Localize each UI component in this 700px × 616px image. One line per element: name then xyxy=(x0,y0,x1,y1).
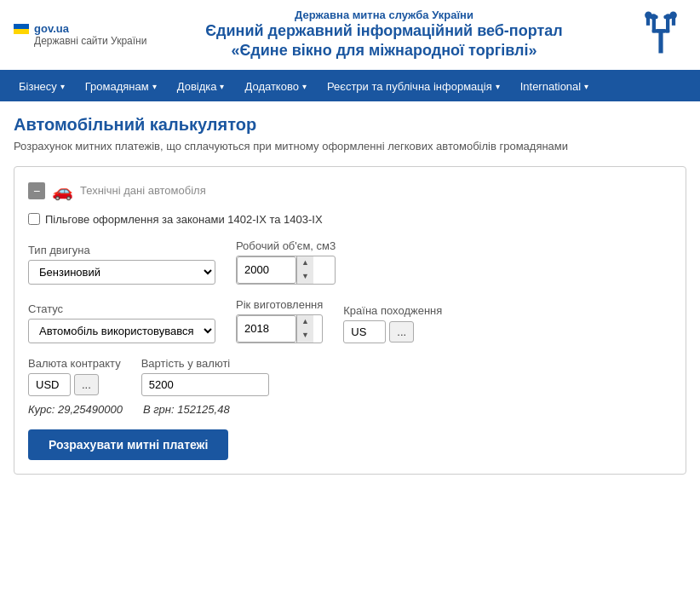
emblem-container xyxy=(618,9,686,60)
collapse-button[interactable]: − xyxy=(28,182,45,199)
engine-volume-row: Тип двигуна Бензиновий Робочий об'єм, см… xyxy=(28,239,672,285)
amount-group: Вартість у валюті xyxy=(141,357,269,396)
country-label: Країна походження xyxy=(343,304,442,317)
volume-spinner-btns: ▲ ▼ xyxy=(296,256,313,284)
currency-label: Валюта контракту xyxy=(28,357,121,370)
status-year-country-row: Статус Автомобіль використовувався до 5 … xyxy=(28,298,672,343)
engine-select[interactable]: Бензиновий xyxy=(28,260,215,285)
volume-label: Робочий об'єм, см3 xyxy=(236,239,336,252)
trident-emblem xyxy=(635,9,686,60)
nav-help-arrow: ▾ xyxy=(220,82,224,91)
year-spinner-btns: ▲ ▼ xyxy=(296,315,313,343)
rate-text: Курс: 29,25490000 xyxy=(28,403,123,416)
gov-url: gov.ua xyxy=(14,22,150,35)
country-input[interactable] xyxy=(343,320,386,343)
nav-extra[interactable]: Додатково ▾ xyxy=(234,72,316,101)
engine-label: Тип двигуна xyxy=(28,244,215,256)
header-center: Державна митна служба України Єдиний дер… xyxy=(150,9,618,61)
svg-rect-12 xyxy=(657,29,665,32)
privilege-label[interactable]: Пільгове оформлення за законами 1402-IX … xyxy=(45,213,323,226)
year-input[interactable] xyxy=(237,315,296,343)
calculate-button[interactable]: Розрахувати митні платежі xyxy=(28,429,228,460)
currency-input[interactable] xyxy=(28,373,71,396)
privilege-checkbox[interactable] xyxy=(28,213,40,225)
nav-citizens[interactable]: Громадянам ▾ xyxy=(75,72,167,101)
rate-row: Курс: 29,25490000 В грн: 152125,48 xyxy=(28,403,672,416)
svg-rect-0 xyxy=(658,32,663,54)
gov-sub-label: Державні сайти України xyxy=(34,35,150,47)
volume-spinner: ▲ ▼ xyxy=(236,256,336,285)
currency-dots-button[interactable]: ... xyxy=(74,374,99,395)
checkbox-row: Пільгове оформлення за законами 1402-IX … xyxy=(28,213,672,226)
year-down-btn[interactable]: ▼ xyxy=(297,329,313,343)
calculator-box: − 🚗 Технічні дані автомобіля Пільгове оф… xyxy=(14,166,686,475)
svg-point-10 xyxy=(665,14,671,20)
currency-row: Валюта контракту ... Вартість у валюті xyxy=(28,357,672,396)
country-dots-button[interactable]: ... xyxy=(389,321,414,343)
section-label: Технічні дані автомобіля xyxy=(80,184,206,197)
portal-title: Єдиний державний інформаційний веб-порта… xyxy=(150,21,618,61)
amount-label: Вартість у валюті xyxy=(141,357,269,370)
year-spinner: ▲ ▼ xyxy=(236,314,323,343)
ministry-label: Державна митна служба України xyxy=(150,9,618,21)
page-subtitle: Розрахунок митних платежів, що сплачують… xyxy=(14,140,686,153)
nav-international-arrow: ▾ xyxy=(584,82,588,91)
main-content: Автомобільний калькулятор Розрахунок мит… xyxy=(0,101,700,488)
main-nav: Бізнесу ▾ Громадянам ▾ Довідка ▾ Додатко… xyxy=(0,72,700,101)
car-icon: 🚗 xyxy=(52,181,73,201)
status-label: Статус xyxy=(28,302,215,315)
hrn-text: В грн: 152125,48 xyxy=(143,403,230,416)
volume-input[interactable] xyxy=(237,256,296,284)
currency-group: Валюта контракту ... xyxy=(28,357,121,396)
year-label: Рік виготовлення xyxy=(236,298,323,311)
volume-group: Робочий об'єм, см3 ▲ ▼ xyxy=(236,239,336,285)
nav-extra-arrow: ▾ xyxy=(302,82,307,91)
nav-business-arrow: ▾ xyxy=(60,82,65,91)
engine-group: Тип двигуна Бензиновий xyxy=(28,244,215,285)
nav-registries[interactable]: Реєстри та публічна інформація ▾ xyxy=(317,72,510,101)
amount-input[interactable] xyxy=(141,373,269,396)
country-input-group: ... xyxy=(343,320,442,343)
nav-international[interactable]: International ▾ xyxy=(510,72,600,101)
volume-up-btn[interactable]: ▲ xyxy=(297,256,313,270)
country-group: Країна походження ... xyxy=(343,304,442,343)
status-group: Статус Автомобіль використовувався до 5 … xyxy=(28,302,215,343)
nav-business[interactable]: Бізнесу ▾ xyxy=(9,72,75,101)
page-title: Автомобільний калькулятор xyxy=(14,115,686,135)
ukraine-flag xyxy=(14,24,29,34)
nav-registries-arrow: ▾ xyxy=(496,82,500,91)
nav-help[interactable]: Довідка ▾ xyxy=(167,72,235,101)
section-header: − 🚗 Технічні дані автомобіля xyxy=(28,181,672,201)
currency-input-group: ... xyxy=(28,373,121,396)
year-group: Рік виготовлення ▲ ▼ xyxy=(236,298,323,343)
svg-point-9 xyxy=(651,14,657,20)
status-select[interactable]: Автомобіль використовувався до 5 р... xyxy=(28,319,215,343)
volume-down-btn[interactable]: ▼ xyxy=(297,270,313,284)
year-up-btn[interactable]: ▲ xyxy=(297,315,313,329)
nav-citizens-arrow: ▾ xyxy=(152,82,157,91)
